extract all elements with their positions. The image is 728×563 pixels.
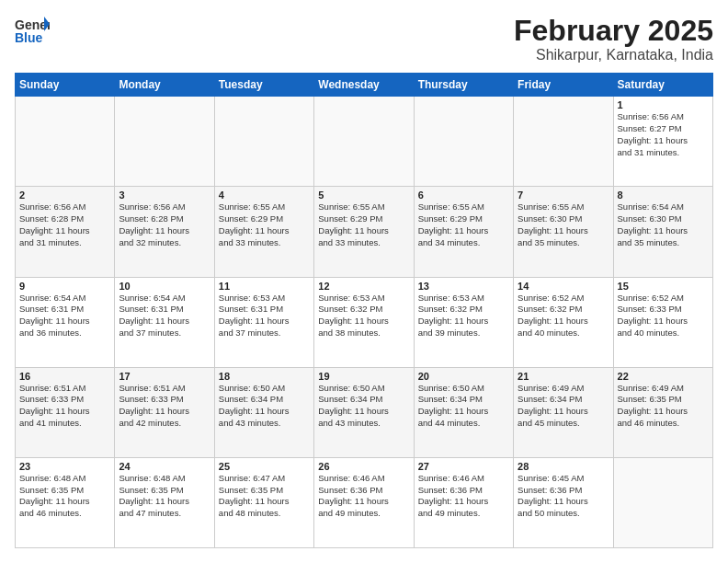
- day-info: Sunrise: 6:55 AM Sunset: 6:30 PM Dayligh…: [518, 201, 609, 248]
- calendar-cell: 28Sunrise: 6:45 AM Sunset: 6:36 PM Dayli…: [514, 457, 613, 547]
- day-number: 12: [318, 281, 409, 292]
- day-info: Sunrise: 6:55 AM Sunset: 6:29 PM Dayligh…: [418, 201, 509, 248]
- calendar-cell: [16, 97, 115, 187]
- title-section: February 2025 Shikarpur, Karnataka, Indi…: [514, 15, 713, 63]
- calendar-week-1: 1Sunrise: 6:56 AM Sunset: 6:27 PM Daylig…: [16, 97, 713, 187]
- day-number: 19: [318, 371, 409, 382]
- calendar-week-3: 9Sunrise: 6:54 AM Sunset: 6:31 PM Daylig…: [16, 277, 713, 367]
- day-info: Sunrise: 6:49 AM Sunset: 6:34 PM Dayligh…: [518, 383, 609, 430]
- calendar-cell: 16Sunrise: 6:51 AM Sunset: 6:33 PM Dayli…: [16, 367, 115, 457]
- day-number: 16: [19, 371, 110, 382]
- day-number: 28: [518, 461, 609, 472]
- day-number: 3: [119, 190, 210, 201]
- calendar-cell: 17Sunrise: 6:51 AM Sunset: 6:33 PM Dayli…: [115, 367, 214, 457]
- calendar-cell: 19Sunrise: 6:50 AM Sunset: 6:34 PM Dayli…: [314, 367, 414, 457]
- calendar-cell: 21Sunrise: 6:49 AM Sunset: 6:34 PM Dayli…: [514, 367, 613, 457]
- logo: General Blue: [15, 15, 50, 44]
- calendar-cell: [414, 97, 513, 187]
- day-number: 23: [19, 461, 110, 472]
- day-info: Sunrise: 6:55 AM Sunset: 6:29 PM Dayligh…: [219, 201, 310, 248]
- calendar-cell: [514, 97, 613, 187]
- weekday-header-wednesday: Wednesday: [314, 74, 414, 97]
- day-number: 24: [119, 461, 210, 472]
- calendar-cell: 1Sunrise: 6:56 AM Sunset: 6:27 PM Daylig…: [613, 97, 712, 187]
- day-number: 2: [19, 190, 110, 201]
- day-number: 11: [219, 281, 310, 292]
- day-info: Sunrise: 6:48 AM Sunset: 6:35 PM Dayligh…: [119, 473, 210, 520]
- day-info: Sunrise: 6:46 AM Sunset: 6:36 PM Dayligh…: [418, 473, 509, 520]
- weekday-header-tuesday: Tuesday: [214, 74, 313, 97]
- calendar-cell: 26Sunrise: 6:46 AM Sunset: 6:36 PM Dayli…: [314, 457, 414, 547]
- calendar-cell: [115, 97, 214, 187]
- day-number: 20: [418, 371, 509, 382]
- day-number: 13: [418, 281, 509, 292]
- day-info: Sunrise: 6:56 AM Sunset: 6:28 PM Dayligh…: [19, 201, 110, 248]
- day-number: 1: [618, 99, 709, 110]
- calendar-subtitle: Shikarpur, Karnataka, India: [514, 47, 713, 63]
- day-number: 26: [318, 461, 409, 472]
- weekday-header-friday: Friday: [514, 74, 613, 97]
- weekday-header-saturday: Saturday: [613, 74, 712, 97]
- day-info: Sunrise: 6:52 AM Sunset: 6:32 PM Dayligh…: [518, 293, 609, 339]
- day-info: Sunrise: 6:54 AM Sunset: 6:31 PM Dayligh…: [19, 293, 110, 339]
- day-number: 10: [119, 281, 210, 292]
- calendar-cell: 18Sunrise: 6:50 AM Sunset: 6:34 PM Dayli…: [214, 367, 313, 457]
- calendar-cell: 7Sunrise: 6:55 AM Sunset: 6:30 PM Daylig…: [514, 187, 613, 277]
- calendar-cell: 27Sunrise: 6:46 AM Sunset: 6:36 PM Dayli…: [414, 457, 513, 547]
- calendar-cell: 23Sunrise: 6:48 AM Sunset: 6:35 PM Dayli…: [16, 457, 115, 547]
- weekday-header-row: SundayMondayTuesdayWednesdayThursdayFrid…: [16, 74, 713, 97]
- calendar-cell: 6Sunrise: 6:55 AM Sunset: 6:29 PM Daylig…: [414, 187, 513, 277]
- day-info: Sunrise: 6:52 AM Sunset: 6:33 PM Dayligh…: [618, 293, 709, 339]
- day-info: Sunrise: 6:54 AM Sunset: 6:31 PM Dayligh…: [119, 293, 210, 339]
- calendar-cell: 22Sunrise: 6:49 AM Sunset: 6:35 PM Dayli…: [613, 367, 712, 457]
- calendar-week-2: 2Sunrise: 6:56 AM Sunset: 6:28 PM Daylig…: [16, 187, 713, 277]
- day-info: Sunrise: 6:56 AM Sunset: 6:27 PM Dayligh…: [618, 111, 709, 158]
- calendar-cell: 11Sunrise: 6:53 AM Sunset: 6:31 PM Dayli…: [214, 277, 313, 367]
- calendar-title: February 2025: [514, 15, 713, 47]
- calendar-cell: [214, 97, 313, 187]
- day-info: Sunrise: 6:45 AM Sunset: 6:36 PM Dayligh…: [518, 473, 609, 520]
- day-info: Sunrise: 6:50 AM Sunset: 6:34 PM Dayligh…: [418, 383, 509, 430]
- calendar-cell: 20Sunrise: 6:50 AM Sunset: 6:34 PM Dayli…: [414, 367, 513, 457]
- day-number: 18: [219, 371, 310, 382]
- calendar-table: SundayMondayTuesdayWednesdayThursdayFrid…: [15, 73, 713, 548]
- day-info: Sunrise: 6:53 AM Sunset: 6:32 PM Dayligh…: [418, 293, 509, 339]
- day-number: 22: [618, 371, 709, 382]
- calendar-cell: 10Sunrise: 6:54 AM Sunset: 6:31 PM Dayli…: [115, 277, 214, 367]
- calendar-cell: [613, 457, 712, 547]
- calendar-cell: 4Sunrise: 6:55 AM Sunset: 6:29 PM Daylig…: [214, 187, 313, 277]
- calendar-week-5: 23Sunrise: 6:48 AM Sunset: 6:35 PM Dayli…: [16, 457, 713, 547]
- day-number: 14: [518, 281, 609, 292]
- day-number: 9: [19, 281, 110, 292]
- day-info: Sunrise: 6:50 AM Sunset: 6:34 PM Dayligh…: [219, 383, 310, 430]
- day-info: Sunrise: 6:49 AM Sunset: 6:35 PM Dayligh…: [618, 383, 709, 430]
- logo-icon: General Blue: [15, 15, 50, 44]
- calendar-header: SundayMondayTuesdayWednesdayThursdayFrid…: [16, 74, 713, 97]
- day-number: 21: [518, 371, 609, 382]
- day-number: 25: [219, 461, 310, 472]
- day-info: Sunrise: 6:55 AM Sunset: 6:29 PM Dayligh…: [318, 201, 409, 248]
- calendar-cell: 8Sunrise: 6:54 AM Sunset: 6:30 PM Daylig…: [613, 187, 712, 277]
- day-number: 15: [618, 281, 709, 292]
- day-number: 8: [618, 190, 709, 201]
- calendar-cell: 3Sunrise: 6:56 AM Sunset: 6:28 PM Daylig…: [115, 187, 214, 277]
- calendar-cell: 9Sunrise: 6:54 AM Sunset: 6:31 PM Daylig…: [16, 277, 115, 367]
- calendar-cell: 12Sunrise: 6:53 AM Sunset: 6:32 PM Dayli…: [314, 277, 414, 367]
- day-info: Sunrise: 6:51 AM Sunset: 6:33 PM Dayligh…: [119, 383, 210, 430]
- calendar-cell: 25Sunrise: 6:47 AM Sunset: 6:35 PM Dayli…: [214, 457, 313, 547]
- day-info: Sunrise: 6:46 AM Sunset: 6:36 PM Dayligh…: [318, 473, 409, 520]
- weekday-header-thursday: Thursday: [414, 74, 513, 97]
- calendar-cell: 13Sunrise: 6:53 AM Sunset: 6:32 PM Dayli…: [414, 277, 513, 367]
- page: General Blue February 2025 Shikarpur, Ka…: [0, 0, 728, 563]
- header: General Blue February 2025 Shikarpur, Ka…: [15, 15, 713, 63]
- day-info: Sunrise: 6:54 AM Sunset: 6:30 PM Dayligh…: [618, 201, 709, 248]
- day-info: Sunrise: 6:50 AM Sunset: 6:34 PM Dayligh…: [318, 383, 409, 430]
- calendar-cell: [314, 97, 414, 187]
- day-number: 6: [418, 190, 509, 201]
- day-number: 17: [119, 371, 210, 382]
- day-info: Sunrise: 6:53 AM Sunset: 6:32 PM Dayligh…: [318, 293, 409, 339]
- day-number: 5: [318, 190, 409, 201]
- day-info: Sunrise: 6:47 AM Sunset: 6:35 PM Dayligh…: [219, 473, 310, 520]
- weekday-header-monday: Monday: [115, 74, 214, 97]
- calendar-cell: 2Sunrise: 6:56 AM Sunset: 6:28 PM Daylig…: [16, 187, 115, 277]
